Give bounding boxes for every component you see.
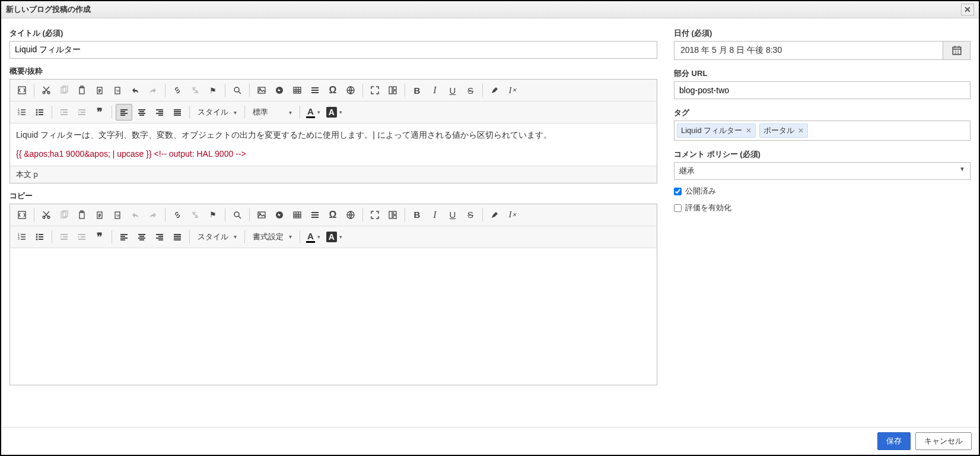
summary-content[interactable]: Liquid フィルターは、文字列、数字、変数、オブジェクトの出力を変更するため… — [10, 124, 657, 166]
copy-icon[interactable] — [56, 82, 72, 99]
published-checkbox[interactable] — [674, 188, 682, 195]
summary-editor: W ⚑ — [9, 79, 657, 183]
image-icon[interactable] — [253, 82, 270, 99]
paste-text-icon[interactable] — [91, 82, 108, 99]
align-justify-icon[interactable] — [169, 229, 186, 245]
bulletlist-icon[interactable] — [31, 104, 48, 121]
anchor-icon[interactable]: ⚑ — [205, 82, 221, 99]
textcolor-button[interactable]: A▾ — [304, 104, 323, 121]
format-select[interactable]: 標準 — [249, 104, 296, 121]
numberedlist-icon[interactable]: 123 — [14, 229, 30, 245]
title-label: タイトル (必須) — [9, 28, 657, 39]
link-icon[interactable] — [169, 207, 186, 223]
hr-icon[interactable] — [307, 207, 323, 223]
align-center-icon[interactable] — [133, 229, 150, 245]
specialchar-icon[interactable]: Ω — [324, 82, 341, 99]
numberedlist-icon[interactable]: 123 — [14, 104, 30, 121]
source-icon[interactable] — [14, 82, 30, 99]
date-input[interactable]: 2018 年 5 月 8 日 午後 8:30 — [674, 41, 943, 60]
iframe-icon[interactable] — [342, 207, 359, 223]
unlink-icon[interactable] — [187, 207, 203, 223]
tag-input[interactable]: Liquid フィルター✕ ポータル✕ — [674, 121, 971, 141]
url-input[interactable] — [674, 81, 971, 99]
copy-icon[interactable] — [56, 207, 72, 223]
cut-icon[interactable] — [38, 207, 55, 223]
align-center-icon[interactable] — [133, 104, 150, 121]
bgcolor-button[interactable]: A▾ — [324, 104, 345, 121]
find-icon[interactable] — [229, 82, 246, 99]
source-icon[interactable] — [14, 207, 30, 223]
title-input[interactable] — [9, 41, 657, 59]
image-icon[interactable] — [253, 207, 270, 223]
close-button[interactable]: ✕ — [961, 4, 974, 15]
tag-remove-icon[interactable]: ✕ — [746, 126, 752, 135]
svg-point-47 — [36, 233, 38, 235]
indent-icon[interactable] — [74, 229, 90, 245]
find-icon[interactable] — [229, 207, 246, 223]
hr-icon[interactable] — [307, 82, 323, 99]
policy-select[interactable]: 継承 — [674, 162, 971, 180]
paste-icon[interactable] — [74, 207, 90, 223]
redo-icon[interactable] — [145, 82, 161, 99]
strike-icon[interactable]: S — [462, 207, 479, 223]
undo-icon[interactable] — [127, 82, 144, 99]
maximize-icon[interactable] — [367, 82, 383, 99]
showblocks-icon[interactable] — [384, 207, 401, 223]
calendar-button[interactable] — [943, 41, 971, 60]
italic-icon[interactable]: I — [427, 82, 443, 99]
flash-icon[interactable] — [271, 82, 288, 99]
blockquote-icon[interactable]: ❞ — [91, 229, 108, 245]
style-select[interactable]: スタイル — [193, 104, 241, 121]
paste-icon[interactable] — [74, 82, 90, 99]
underline-icon[interactable]: U — [444, 82, 461, 99]
format-select[interactable]: 書式設定 — [249, 229, 296, 245]
flash-icon[interactable] — [271, 207, 288, 223]
indent-icon[interactable] — [74, 104, 90, 121]
textcolor-button[interactable]: A▾ — [304, 229, 323, 245]
rating-checkbox[interactable] — [674, 204, 682, 212]
iframe-icon[interactable] — [342, 82, 359, 99]
align-left-icon[interactable] — [116, 104, 132, 121]
scroll-container[interactable]: タイトル (必須) 概要/抜粋 W — [1, 18, 979, 427]
svg-point-35 — [234, 212, 239, 217]
align-right-icon[interactable] — [151, 104, 168, 121]
align-right-icon[interactable] — [151, 229, 168, 245]
paste-text-icon[interactable] — [91, 207, 108, 223]
bulletlist-icon[interactable] — [31, 229, 48, 245]
marker-icon[interactable] — [486, 207, 503, 223]
specialchar-icon[interactable]: Ω — [324, 207, 341, 223]
paste-word-icon[interactable]: W — [109, 207, 126, 223]
bold-icon[interactable]: B — [409, 82, 425, 99]
summary-label: 概要/抜粋 — [9, 66, 657, 77]
underline-icon[interactable]: U — [444, 207, 461, 223]
marker-icon[interactable] — [486, 82, 503, 99]
bgcolor-button[interactable]: A▾ — [324, 229, 345, 245]
outdent-icon[interactable] — [56, 229, 72, 245]
outdent-icon[interactable] — [56, 104, 72, 121]
cancel-button[interactable]: キャンセル — [915, 432, 972, 450]
tag-remove-icon[interactable]: ✕ — [798, 126, 804, 135]
style-select[interactable]: スタイル — [193, 229, 241, 245]
svg-text:W: W — [116, 89, 120, 93]
removeformat-icon[interactable]: I✕ — [504, 207, 521, 223]
bold-icon[interactable]: B — [409, 207, 425, 223]
italic-icon[interactable]: I — [427, 207, 443, 223]
undo-icon[interactable] — [127, 207, 144, 223]
copy-content[interactable] — [10, 248, 657, 385]
cut-icon[interactable] — [38, 82, 55, 99]
align-left-icon[interactable] — [116, 229, 132, 245]
unlink-icon[interactable] — [187, 82, 203, 99]
paste-word-icon[interactable]: W — [109, 82, 126, 99]
blockquote-icon[interactable]: ❞ — [91, 104, 108, 121]
save-button[interactable]: 保存 — [877, 432, 911, 450]
removeformat-icon[interactable]: I✕ — [504, 82, 521, 99]
redo-icon[interactable] — [145, 207, 161, 223]
maximize-icon[interactable] — [367, 207, 383, 223]
align-justify-icon[interactable] — [169, 104, 186, 121]
table-icon[interactable] — [289, 207, 306, 223]
strike-icon[interactable]: S — [462, 82, 479, 99]
showblocks-icon[interactable] — [384, 82, 401, 99]
link-icon[interactable] — [169, 82, 186, 99]
anchor-icon[interactable]: ⚑ — [205, 207, 221, 223]
table-icon[interactable] — [289, 82, 306, 99]
